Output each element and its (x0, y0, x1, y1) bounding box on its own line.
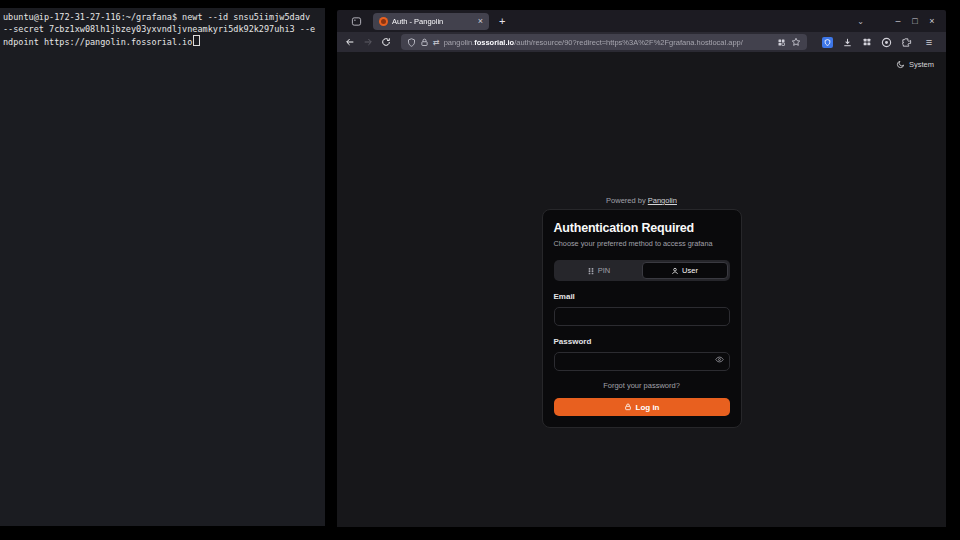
firefox-view-icon[interactable] (347, 13, 365, 29)
bookmark-star-icon[interactable] (791, 37, 801, 47)
redirect-arrows-icon[interactable]: ⇄ (433, 38, 440, 47)
login-button[interactable]: Log in (554, 398, 730, 416)
lock-icon (624, 403, 632, 411)
url-text: pangolin.fossorial.io/auth/resource/90?r… (444, 38, 773, 47)
auth-page: System Powered by Pangolin Authenticatio… (337, 52, 946, 527)
shield-extension-icon[interactable] (822, 37, 833, 48)
tab-user-label: User (682, 266, 698, 275)
lock-icon[interactable] (420, 38, 429, 47)
url-path: /auth/resource/90?redirect=https%3A%2F%2… (514, 38, 743, 47)
url-bar[interactable]: ⇄ pangolin.fossorial.io/auth/resource/90… (401, 34, 807, 50)
url-bar-actions (777, 37, 801, 47)
terminal-line-text: ndpoint https://pangolin.fossorial.io (3, 37, 192, 47)
auth-card: Authentication Required Choose your pref… (542, 209, 742, 428)
powered-by: Powered by Pangolin (337, 196, 946, 205)
minimize-button[interactable]: – (890, 17, 906, 26)
tab-title: Auth - Pangolin (392, 17, 474, 26)
user-icon (671, 267, 679, 275)
download-icon[interactable] (842, 37, 853, 48)
browser-tab-auth-pangolin[interactable]: Auth - Pangolin × (373, 13, 489, 30)
tab-close-icon[interactable]: × (478, 17, 483, 26)
url-prefix: pangolin. (444, 38, 474, 47)
tab-grid-icon[interactable] (777, 38, 786, 47)
password-label: Password (554, 337, 730, 346)
close-button[interactable]: × (924, 17, 940, 26)
maximize-button[interactable]: □ (907, 17, 923, 26)
terminal-line: ndpoint https://pangolin.fossorial.io (3, 35, 322, 49)
menu-icon[interactable]: ≡ (921, 37, 937, 48)
pin-keypad-icon (587, 267, 595, 275)
powered-by-text: Powered by (606, 196, 648, 205)
card-title: Authentication Required (554, 221, 730, 235)
theme-moon-icon (896, 60, 905, 69)
extensions-puzzle-icon[interactable] (901, 37, 912, 48)
browser-window: Auth - Pangolin × + ⌄ – □ × (337, 10, 946, 527)
window-controls: ⌄ – □ × (857, 17, 940, 26)
tab-pin[interactable]: PIN (556, 262, 642, 279)
terminal-line: ubuntu@ip-172-31-27-116:~/grafana$ newt … (3, 12, 322, 24)
toolbar-extensions: ≡ (822, 37, 940, 48)
tracking-protection-shield-icon[interactable] (407, 38, 416, 47)
pangolin-link[interactable]: Pangolin (648, 196, 677, 205)
desktop: ubuntu@ip-172-31-27-116:~/grafana$ newt … (0, 0, 960, 540)
card-subtitle: Choose your preferred method to access g… (554, 239, 730, 248)
tab-user[interactable]: User (642, 262, 728, 279)
grid-extension-icon[interactable] (862, 37, 872, 47)
terminal-window[interactable]: ubuntu@ip-172-31-27-116:~/grafana$ newt … (0, 8, 325, 526)
reload-icon[interactable] (379, 35, 393, 49)
tab-pin-label: PIN (598, 266, 611, 275)
url-security-icons: ⇄ (407, 38, 440, 47)
terminal-output: ubuntu@ip-172-31-27-116:~/grafana$ newt … (0, 8, 325, 53)
email-field[interactable] (554, 307, 730, 326)
terminal-line: --secret 7cbz1xw08lh1jbzey03yxvndljvneam… (3, 24, 322, 36)
login-button-label: Log in (636, 403, 660, 412)
url-domain: fossorial.io (474, 38, 514, 47)
forward-icon[interactable] (361, 35, 375, 49)
tab-list-chevron-icon[interactable]: ⌄ (857, 17, 864, 26)
password-visibility-icon[interactable] (715, 355, 724, 364)
theme-toggle[interactable]: System (896, 60, 934, 69)
email-label: Email (554, 292, 730, 301)
browser-tab-bar: Auth - Pangolin × + ⌄ – □ × (337, 10, 946, 32)
theme-label: System (909, 60, 934, 69)
pangolin-favicon (379, 17, 388, 26)
forgot-password-link[interactable]: Forgot your password? (554, 381, 730, 390)
browser-toolbar: ⇄ pangolin.fossorial.io/auth/resource/90… (337, 32, 946, 52)
auth-method-tabs: PIN User (554, 260, 730, 281)
terminal-cursor (193, 35, 200, 46)
circle-extension-icon[interactable] (881, 37, 892, 48)
new-tab-button[interactable]: + (499, 16, 505, 27)
back-icon[interactable] (343, 35, 357, 49)
password-field[interactable] (554, 352, 730, 371)
